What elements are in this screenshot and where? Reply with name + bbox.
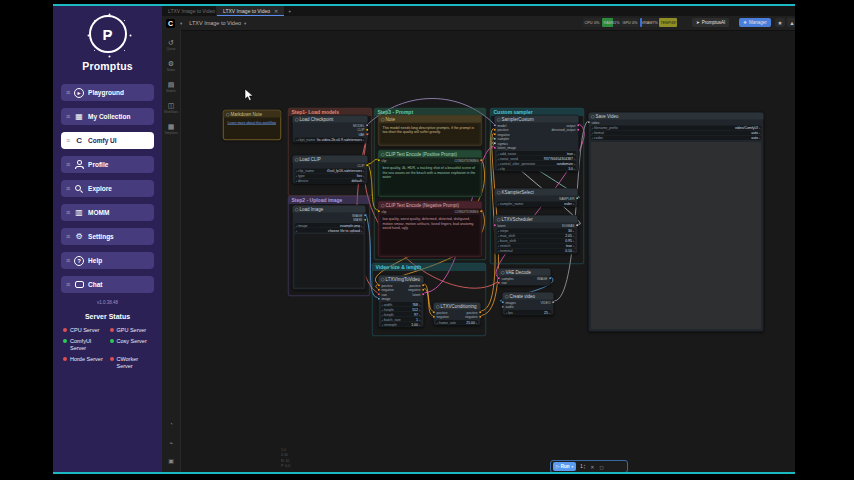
widget-row[interactable]: ◂codecauto▸ [591,136,762,141]
triangle-badge-icon[interactable]: ▲ [787,18,795,27]
toolbar-icon[interactable]: ▤ Models [162,81,180,93]
node-ltxv-scheduler[interactable]: LTXVScheduler latent SIGMAS ◂steps30▸◂ma… [494,215,578,254]
negative-prompt-text[interactable]: low quality, worst quality, deformed, di… [381,215,480,255]
close-tab-icon[interactable]: ✕ [274,8,278,14]
sidebar-item-comfy-ui[interactable]: ≡ Comfy UI [61,132,154,149]
clear-queue-icon[interactable]: ✕ [590,464,594,470]
output-port[interactable] [366,129,369,132]
output-port[interactable] [577,129,580,132]
star-icon[interactable]: ★ [775,18,785,27]
output-port[interactable] [364,214,367,217]
widget-row[interactable]: ◂control_after_generaterandomize▸ [497,161,577,166]
input-port[interactable] [498,282,501,285]
manager-button[interactable]: ❖ Manager [739,18,771,27]
input-port[interactable] [494,129,497,132]
node-create-video[interactable]: Create video imagesaudio VIDEO ◂fps25▸ [502,292,554,316]
widget-row[interactable]: ◂width768▸ [381,302,422,307]
widget-row[interactable]: ◂noise_seed937766654304387▸ [497,156,577,161]
output-port[interactable] [366,164,369,167]
output-port[interactable] [577,124,580,127]
sidebar-item-momm[interactable]: ≡ MOMM [61,204,154,221]
input-port[interactable] [378,284,381,287]
input-port[interactable] [494,147,497,150]
widget-row[interactable]: ◂devicedefault▸ [295,179,366,184]
input-port[interactable] [494,133,497,136]
widget-row[interactable]: ◂typeltxv▸ [295,174,366,179]
promptus-ai-button[interactable]: ➤ PromptusAI [692,18,729,27]
widget-row[interactable]: ◂ckpt_nameltx-video-2b-v0.9.safetensors▸ [295,138,366,143]
output-port[interactable] [366,124,369,127]
positive-prompt-text[interactable]: best quality, 4k, HDR, a tracking shot o… [381,164,480,195]
input-port[interactable] [378,210,381,213]
output-port[interactable] [422,293,425,296]
node-markdown-note[interactable]: Markdown Note Learn more about this work… [223,110,281,140]
help-circle-icon[interactable]: ◔ [162,418,180,430]
output-port[interactable] [422,289,425,292]
input-port[interactable] [494,124,497,127]
output-port[interactable] [549,277,552,280]
node-load-checkpoint[interactable]: Load Checkpoint MODELCLIPVAE ◂ckpt_namel… [292,115,368,143]
run-button[interactable]: ▷ Run ▾ [553,462,576,471]
batch-count-stepper[interactable]: 1 ▴▾ [580,464,585,469]
input-port[interactable] [502,306,505,309]
input-port[interactable] [588,121,591,124]
widget-row[interactable]: ◂imageexample.png▸ [295,223,364,228]
sidebar-item-playground[interactable]: ≡ Playground [61,84,154,101]
widget-row[interactable]: ◂add_noisetrue▸ [497,151,577,156]
widget-row[interactable]: ◂max_shift2.05▸ [497,234,576,239]
node-load-image[interactable]: Load Image IMAGEMASK ◂imageexample.png▸◂… [292,205,366,290]
comfyui-logo[interactable]: C [166,19,175,28]
output-port[interactable] [552,301,555,304]
widget-row[interactable]: ◂strength1.00▸ [381,322,422,327]
sidebar-item-settings[interactable]: ≡ Settings [61,228,154,245]
tab-background-workflow[interactable]: LTXV Image to Video [162,6,217,16]
stop-icon[interactable]: ◻ [599,464,603,470]
tab-active-workflow[interactable]: LTXV Image to Video ✕ [217,6,284,16]
workflow-name[interactable]: LTXV Image to Video [189,20,241,26]
output-port[interactable] [576,224,579,227]
node-ltxv-img-to-video[interactable]: LTXVImgToVideo positivenegativevaeimage … [378,275,424,328]
widget-row[interactable]: ◂choose file to upload▸ [295,228,364,233]
shortcuts-icon[interactable]: ⌁ [162,436,180,448]
output-port[interactable] [479,311,482,314]
sidebar-item-my-collection[interactable]: ≡ My Collection [61,108,154,125]
widget-row[interactable]: ◂steps30▸ [497,229,576,234]
input-port[interactable] [433,316,436,319]
widget-row[interactable]: ◂frame_rate25.00▸ [436,320,479,325]
output-port[interactable] [480,159,483,162]
input-port[interactable] [378,159,381,162]
toolbar-icon[interactable]: ▦ Templates [162,123,180,135]
widget-row[interactable]: ◂sampler_nameeuler▸ [497,202,576,207]
node-ksampler-select[interactable]: KSamplerSelect SAMPLER ◂sampler_nameeule… [494,188,578,207]
output-port[interactable] [364,219,367,222]
toolbar-icon[interactable]: ↺ Queue [162,39,180,51]
sidebar-item-chat[interactable]: ≡ Chat [61,276,154,293]
toolbar-icon[interactable]: ◫ Workflows [162,102,180,114]
node-note[interactable]: Note This model needs long descriptive p… [378,115,482,146]
node-ltxv-conditioning[interactable]: LTXVConditioning positivenegative positi… [433,302,481,326]
node-vae-decode[interactable]: VAE Decode samplesvae IMAGE [498,268,551,286]
widget-row[interactable]: ◂base_shift0.95▸ [497,239,576,244]
node-clip-text-encode-negative[interactable]: CLIP Text Encode (Negative Prompt) clip … [378,201,482,257]
sidebar-item-help[interactable]: ≡ Help [61,252,154,269]
output-port[interactable] [479,316,482,319]
widget-row[interactable]: ◂fps25▸ [505,310,552,315]
input-port[interactable] [378,293,381,296]
node-sampler-custom[interactable]: SamplerCustom modelpositivenegativesampl… [494,115,579,172]
output-port[interactable] [422,284,425,287]
input-port[interactable] [494,142,497,145]
sidebar-item-profile[interactable]: ≡ Profile [61,156,154,173]
input-port[interactable] [378,298,381,301]
output-port[interactable] [576,197,579,200]
panel-toggle-icon[interactable]: ▣ [162,454,180,466]
widget-row[interactable]: ◂height512▸ [381,307,422,312]
new-tab-button[interactable]: + [284,6,295,16]
output-port[interactable] [366,133,369,136]
input-port[interactable] [498,277,501,280]
input-port[interactable] [433,311,436,314]
node-save-video[interactable]: Save Video video ◂filename_prefixvideo/C… [588,112,764,332]
widget-row[interactable]: ◂length97▸ [381,312,422,317]
workflow-help-link[interactable]: Learn more about this workflow [224,118,281,128]
widget-row[interactable]: ◂clip_namet5xxl_fp16.safetensors▸ [295,169,366,174]
toolbar-icon[interactable]: ⚙ Nodes [162,60,180,72]
